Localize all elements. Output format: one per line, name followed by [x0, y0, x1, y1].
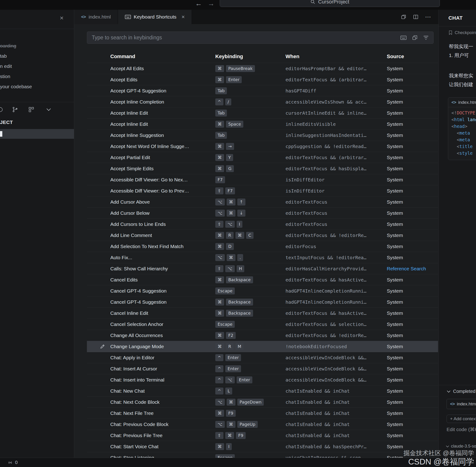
sidebar-item-label: your codebase: [0, 84, 32, 90]
back-icon[interactable]: ←: [195, 0, 202, 7]
keybinding-keys: F7: [215, 176, 286, 183]
composer-placeholder[interactable]: Edit code (⌘K): [447, 427, 476, 432]
completed-label: Completed: [453, 389, 476, 394]
table-row[interactable]: Add Selection To Next Find Match ⌘D edit…: [87, 241, 438, 252]
table-row[interactable]: Accept Inline Edit Tab cursorAtInlineEdi…: [87, 107, 438, 119]
table-row[interactable]: Change All Occurrences ⌘F2 editorTextFoc…: [87, 330, 438, 341]
table-row[interactable]: Accept GPT-4 Suggestion Tab hasGPT4Diff …: [87, 85, 438, 96]
key-badge: Escape: [215, 454, 235, 458]
split-editor-icon[interactable]: [413, 14, 419, 20]
sidebar-history-item[interactable]: n edit: [0, 61, 74, 71]
table-row[interactable]: Cancel Inline Edit ⌘Backspace editorText…: [87, 308, 438, 319]
key-badge: Enter: [225, 354, 241, 361]
source-control-branch-icon[interactable]: [12, 106, 18, 113]
key-badge: F9: [236, 432, 246, 439]
table-row[interactable]: Auto Fix... ⌥⌘. textInputFocus && !edito…: [87, 252, 438, 263]
table-row[interactable]: Accessible Diff Viewer: Go to Prev… ⇧F7 …: [87, 185, 438, 196]
model-selector[interactable]: claude-3.5-sonnet: [446, 444, 476, 449]
key-badge: D: [226, 243, 234, 250]
table-row[interactable]: Chat: New Chat ^L chatIsEnabled && inCha…: [87, 386, 438, 397]
table-row[interactable]: Chat: Insert At Cursor ^Enter accessible…: [87, 363, 438, 374]
keybindings-search-input[interactable]: [92, 35, 395, 41]
table-row[interactable]: Cancel Selection Anchor Escape editorTex…: [87, 319, 438, 330]
key-badge: ⌘: [215, 143, 224, 150]
table-row[interactable]: Accept Inline Suggestion Tab inlineSugge…: [87, 130, 438, 141]
add-context-button[interactable]: + Add context: [447, 415, 476, 423]
sidebar-history-item[interactable]: stion: [0, 71, 74, 81]
open-keybindings-json-icon[interactable]: [401, 14, 407, 20]
completed-toggle[interactable]: Completed: [447, 389, 476, 394]
table-row[interactable]: Cancel GPT-4 Suggestion Escape hadGPT4In…: [87, 285, 438, 297]
tab-index-html[interactable]: <> index.html: [74, 10, 118, 24]
table-row[interactable]: Cancel GPT-4 Suggestion ⌘Backspace hadGP…: [87, 297, 438, 308]
table-row[interactable]: Chat: Start Voice Chat ⌘I chatIsEnabled …: [87, 441, 438, 452]
table-row[interactable]: Add Cursor Below ⌥⌘↓ editorTextFocus Sys…: [87, 208, 438, 219]
chevron-down-icon: [446, 445, 449, 448]
tab-chat[interactable]: CHAT: [449, 15, 463, 21]
table-row[interactable]: Chat: Apply in Editor ^Enter accessibleV…: [87, 352, 438, 363]
key-badge: PageDown: [237, 399, 264, 406]
keybinding-keys: ⌘→: [215, 143, 286, 150]
header-when: When: [286, 53, 387, 60]
header-command: Command: [110, 53, 215, 60]
record-keys-icon[interactable]: [400, 35, 407, 40]
table-row[interactable]: Accept Next Word Of Inline Sugge… ⌘→ cpp…: [87, 141, 438, 152]
table-row[interactable]: Add Cursor Above ⌥⌘↑ editorTextFocus Sys…: [87, 196, 438, 208]
key-badge: ⌘: [236, 232, 244, 239]
checkpoint-item[interactable]: Checkpoint: [449, 30, 476, 35]
table-row[interactable]: Chat: Next Code Block ⌥⌘PageDown chatIsE…: [87, 397, 438, 408]
table-row[interactable]: Accept All Edits ⌘PauseBreak editorHasPr…: [87, 63, 438, 74]
forward-icon[interactable]: →: [208, 0, 215, 7]
selected-item-stub: [0, 131, 2, 137]
table-row[interactable]: Cancel Edits ⌘Backspace editorTextFocus …: [87, 274, 438, 285]
file-chip[interactable]: <> index.html: [447, 399, 476, 409]
project-search[interactable]: CursorProject: [220, 0, 440, 7]
close-icon[interactable]: ×: [60, 14, 64, 22]
tab-keyboard-shortcuts[interactable]: Keyboard Shortcuts ×: [118, 10, 192, 24]
table-row[interactable]: Add Line Comment ⌘R⌘C editorTextFocus &&…: [87, 230, 438, 241]
circle-icon[interactable]: [0, 106, 3, 113]
table-row[interactable]: Accessible Diff Viewer: Go to Nex… F7 is…: [87, 174, 438, 185]
command-label: Accept Simple Edits: [110, 166, 215, 171]
ports-indicator[interactable]: 0: [7, 460, 18, 465]
table-row[interactable]: Change Language Mode ⌘RM !notebookEditor…: [87, 341, 438, 352]
table-row[interactable]: Accept Partial Edit ⌘Y editorTextFocus &…: [87, 152, 438, 163]
key-badge: M: [236, 343, 244, 350]
clear-filter-icon[interactable]: [423, 35, 429, 40]
keybinding-keys: ⌘Enter: [215, 76, 286, 83]
title-bar: ← → CursorProject: [0, 0, 476, 10]
chevron-down-icon[interactable]: [46, 108, 52, 111]
sort-precedence-icon[interactable]: [412, 35, 418, 40]
table-row[interactable]: Accept Edits ⌘Enter editorTextFocus && (…: [87, 74, 438, 85]
key-badge: Escape: [215, 287, 235, 294]
table-row[interactable]: Accept Simple Edits ⌘G editorTextFocus &…: [87, 163, 438, 174]
code-block-header[interactable]: <> index.html: [448, 98, 476, 107]
sidebar-selected-item[interactable]: [0, 129, 74, 139]
sidebar-history-item[interactable]: oarding: [0, 41, 74, 51]
edit-keybinding-icon[interactable]: [100, 344, 105, 349]
more-actions-icon[interactable]: ⋯: [425, 13, 432, 21]
key-badge: C: [246, 232, 254, 239]
source-label[interactable]: Reference Search: [387, 266, 438, 272]
table-row[interactable]: Chat: Insert into Terminal ^⌥Enter acces…: [87, 374, 438, 386]
table-row[interactable]: Chat: Previous Code Block ⌥⌘PageUp chatI…: [87, 419, 438, 430]
table-row[interactable]: Add Cursors to Line Ends ⇧⌥I editorTextF…: [87, 219, 438, 230]
when-clause: hasGPT4Diff: [286, 88, 387, 94]
table-row[interactable]: Chat: Next File Tree ⌘F9 chatIsEnabled &…: [87, 408, 438, 419]
table-row[interactable]: Calls: Show Call Hierarchy ⇧⌥H editorHas…: [87, 263, 438, 274]
key-badge: Backspace: [226, 310, 253, 317]
close-tab-icon[interactable]: ×: [182, 14, 185, 20]
keybinding-keys: ⇧F7: [215, 187, 286, 194]
sidebar-history-item[interactable]: tab: [0, 51, 74, 61]
key-badge: ⌘: [215, 121, 224, 128]
table-row[interactable]: Accept Inline Edit ⌘Space inlineEditsVis…: [87, 119, 438, 130]
table-row[interactable]: Accept Inline Completion ^/ accessibleVi…: [87, 96, 438, 107]
table-row[interactable]: Chat: Stop Listening Escape voiceChatInP…: [87, 452, 438, 458]
table-row[interactable]: Chat: Previous File Tree ⇧⌘F9 chatIsEnab…: [87, 430, 438, 441]
key-badge: /: [225, 98, 231, 105]
references-icon[interactable]: [28, 106, 34, 113]
when-clause: hadGPT4InlineCompletionRunni…: [286, 299, 387, 305]
sidebar-item-label: tab: [0, 53, 7, 59]
sidebar-history-item[interactable]: your codebase: [0, 81, 74, 92]
key-badge: Enter: [226, 76, 242, 83]
